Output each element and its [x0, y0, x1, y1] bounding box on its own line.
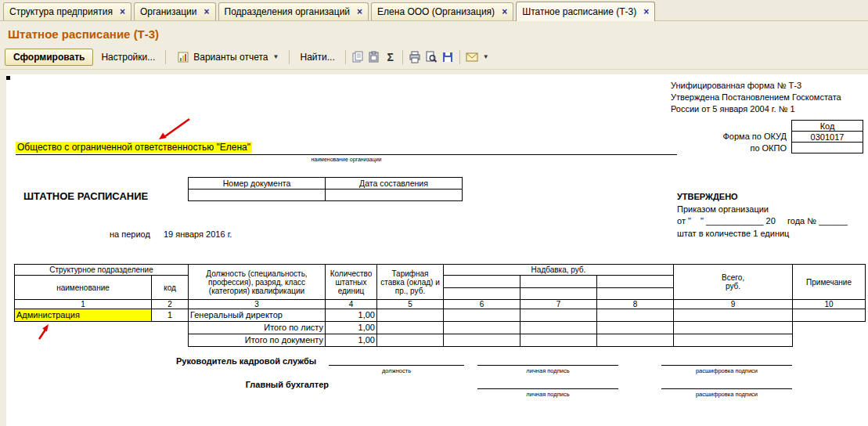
signature-line	[661, 365, 792, 366]
org-name-caption: наименование организации	[16, 157, 677, 162]
allowance-sub-cell	[520, 276, 597, 288]
report-variants-button[interactable]: Варианты отчета ▼	[171, 47, 284, 67]
tab-label: Организации	[140, 6, 197, 17]
save-icon[interactable]	[441, 50, 455, 64]
col-number: 3	[189, 300, 326, 309]
document-number-table: Номер документа Дата составления	[188, 177, 463, 201]
form-info: Унифицированная форма № Т-3 Утверждена П…	[671, 80, 841, 115]
personal-signature-caption: личная подпись	[477, 367, 618, 374]
header-allowance: Надбавка, руб.	[444, 265, 674, 276]
tab-staffing-t3[interactable]: Штатное расписание (Т-3) ×	[516, 2, 655, 21]
find-button[interactable]: Найти...	[294, 49, 340, 66]
allowance-sub-cell	[597, 288, 674, 300]
tab-label: Структура предприятия	[9, 6, 113, 17]
signature-line	[661, 388, 792, 389]
doc-number-value	[189, 190, 326, 201]
okpo-value	[792, 143, 863, 153]
mail-icon[interactable]	[465, 50, 479, 64]
doc-date-header: Дата составления	[326, 178, 463, 190]
form-info-line: Утверждена Постановлением Госкомстата	[671, 92, 841, 103]
annotation-arrow-icon	[155, 116, 194, 144]
approved-line: от " " ____________ 20 года № ______	[677, 216, 848, 226]
signature-name-caption: расшифровка подписи	[661, 391, 792, 398]
settings-button[interactable]: Настройки...	[95, 49, 160, 66]
copy-to-clipboard-icon[interactable]	[351, 50, 365, 64]
header-unit-name: наименование	[15, 276, 152, 300]
tab-label: Штатное расписание (Т-3)	[522, 6, 636, 17]
col-number: 10	[793, 300, 866, 309]
table-row: Администрация 1 Генеральный директор 1,0…	[15, 309, 866, 322]
header-structural-unit: Структурное подразделение	[15, 265, 189, 276]
approved-line: штат в количестве 1 единиц	[677, 229, 789, 238]
allowance-cell	[444, 309, 520, 322]
toolbar-separator	[459, 50, 460, 64]
total-sheet-label: Итого по листу	[189, 322, 326, 334]
tab-org-departments[interactable]: Подразделения организаций ×	[218, 2, 369, 20]
tab-structure[interactable]: Структура предприятия ×	[3, 2, 131, 20]
period-value: 19 января 2016 г.	[164, 229, 232, 239]
document-title: ШТАТНОЕ РАСПИСАНИЕ	[23, 190, 148, 202]
approved-line: Приказом организации	[677, 204, 769, 214]
col-number: 7	[520, 300, 597, 309]
toolbar-separator	[165, 50, 166, 64]
toolbar-separator	[289, 50, 290, 64]
position-cell: Генеральный директор	[189, 309, 326, 322]
header-position: Должность (специальность, профессия), ра…	[189, 265, 326, 300]
report-area: Унифицированная форма № Т-3 Утверждена П…	[6, 74, 868, 426]
total-doc-label: Итого по документу	[189, 334, 326, 347]
allowance-sub-cell	[444, 276, 520, 288]
position-caption: должность	[329, 367, 464, 374]
rate-cell	[377, 309, 444, 322]
tab-label: Подразделения организаций	[225, 6, 351, 17]
approved-title: УТВЕРЖДЕНО	[677, 192, 738, 201]
tab-label: Елена ООО (Организация)	[377, 6, 495, 17]
header-staff-count: Количество штатных единиц	[326, 265, 377, 300]
okpo-label: по ОКПО	[678, 143, 787, 153]
tab-close-icon[interactable]: ×	[120, 7, 125, 16]
total-sheet-value: 1,00	[326, 322, 377, 334]
report-variants-icon	[176, 50, 190, 64]
print-icon[interactable]	[408, 50, 422, 64]
allowance-cell	[520, 309, 597, 322]
tab-close-icon[interactable]: ×	[357, 7, 362, 16]
generate-button[interactable]: Сформировать	[5, 49, 93, 66]
period-label: на период	[110, 229, 150, 239]
total-cell	[674, 309, 793, 322]
print-preview-icon[interactable]	[424, 50, 438, 64]
unit-code-cell: 1	[152, 309, 189, 322]
signature-name-caption: расшифровка подписи	[661, 367, 792, 374]
personal-signature-caption: личная подпись	[477, 391, 618, 398]
tab-close-icon[interactable]: ×	[502, 7, 507, 16]
allowance-sub-cell	[444, 288, 520, 300]
header-note: Примечание	[793, 265, 866, 300]
paste-from-clipboard-icon[interactable]	[367, 50, 381, 64]
header-rate: Тарифная ставка (оклад) и пр., руб.	[377, 265, 444, 300]
tab-close-icon[interactable]: ×	[643, 7, 649, 16]
signature-line	[477, 365, 618, 366]
tab-bar: Структура предприятия × Организации × По…	[0, 0, 868, 21]
sum-icon[interactable]: Σ	[384, 50, 398, 64]
total-sheet-row: Итого по листу 1,00	[15, 322, 866, 334]
hr-manager-label: Руководитель кадровой службы	[176, 356, 316, 366]
org-name: Общество с ограниченной ответственностью…	[16, 142, 252, 153]
tab-organizations[interactable]: Организации ×	[134, 2, 216, 20]
chevron-down-icon: ▼	[273, 53, 279, 60]
chevron-down-icon[interactable]: ▼	[483, 53, 489, 60]
staffing-table: Структурное подразделение Должность (спе…	[14, 264, 866, 347]
total-document-row: Итого по документу 1,00	[15, 334, 866, 347]
unit-name-cell: Администрация	[15, 309, 152, 322]
col-number: 1	[15, 300, 152, 309]
col-number: 5	[377, 300, 444, 309]
signature-line	[477, 388, 618, 389]
page-title: Штатное расписание (Т-3)	[0, 21, 868, 45]
note-cell	[793, 309, 866, 322]
allowance-cell	[597, 309, 674, 322]
form-info-line: России от 5 января 2004 г. № 1	[671, 103, 841, 115]
allowance-sub-cell	[520, 288, 597, 300]
tab-elena-organization[interactable]: Елена ООО (Организация) ×	[371, 2, 513, 20]
tab-close-icon[interactable]: ×	[204, 7, 210, 16]
code-box: Код 0301017	[791, 120, 863, 153]
signature-line	[329, 365, 464, 366]
page-break-marker	[6, 76, 10, 80]
report-toolbar: Сформировать Настройки... Варианты отчет…	[0, 45, 868, 70]
